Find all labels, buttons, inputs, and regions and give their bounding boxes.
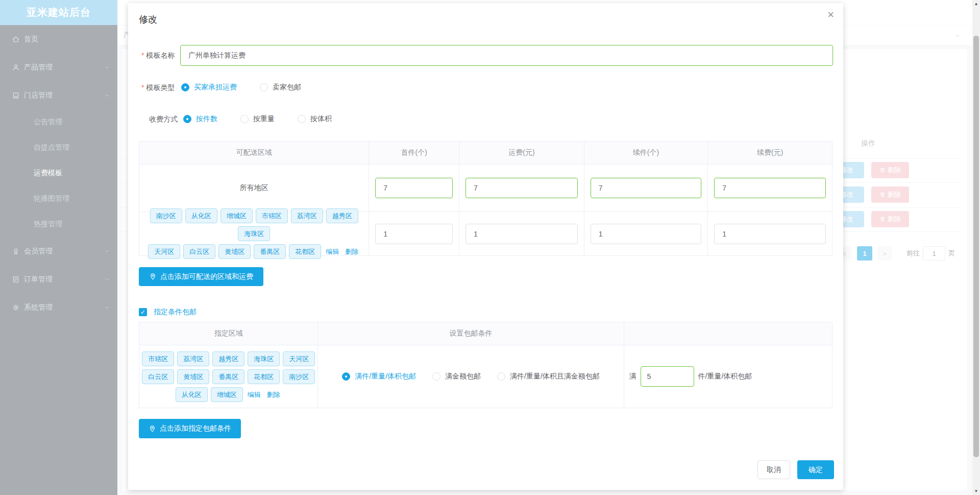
radio-by-piece[interactable]: 按件数: [183, 114, 217, 124]
area-tag[interactable]: 花都区: [248, 369, 280, 384]
area-tag[interactable]: 增城区: [211, 387, 243, 402]
area-tag[interactable]: 海珠区: [238, 226, 270, 241]
radio-icon: [342, 372, 350, 381]
radio-free-by-quantity[interactable]: 满件/重量/体积包邮: [342, 372, 416, 381]
area-tag[interactable]: 越秀区: [212, 351, 244, 366]
radio-buyer-pays[interactable]: 买家承担运费: [181, 83, 237, 92]
template-name-label: *模板名称: [141, 45, 175, 66]
column-header: 首件(个): [369, 142, 459, 164]
radio-free-by-both[interactable]: 满件/重量/体积且满金额包邮: [497, 372, 600, 381]
required-asterisk: *: [141, 51, 144, 59]
radio-icon: [298, 115, 306, 123]
charge-method-label: 收费方式: [149, 114, 178, 124]
scroll-down-icon[interactable]: ▼: [972, 487, 980, 495]
column-header: 运费(元): [459, 142, 584, 164]
area-tag[interactable]: 白云区: [183, 244, 215, 259]
area-tag[interactable]: 南沙区: [150, 208, 182, 223]
radio-icon: [181, 83, 189, 91]
edit-areas-link[interactable]: 编辑: [326, 248, 339, 255]
area-tag[interactable]: 黄埔区: [177, 369, 209, 384]
area-tag[interactable]: 番禺区: [254, 244, 286, 259]
table-row: 南沙区从化区增城区市辖区荔湾区越秀区海珠区 天河区白云区黄埔区番禺区花都区编辑删…: [139, 212, 832, 255]
radio-icon: [240, 115, 249, 123]
area-tag[interactable]: 荔湾区: [177, 351, 209, 366]
delete-areas-link[interactable]: 删除: [345, 248, 358, 255]
radio-free-by-amount[interactable]: 满金额包邮: [432, 372, 481, 381]
column-header: 可配送区域: [139, 142, 369, 164]
first-fee-input[interactable]: [465, 224, 578, 244]
add-delivery-area-button[interactable]: 点击添加可配送的区域和运费: [139, 267, 263, 286]
free-shipping-table: 指定区域 设置包邮条件 市辖区荔湾区越秀区海珠区天河区 白云区黄埔区番禺区花都区…: [139, 322, 832, 408]
table-row: 市辖区荔湾区越秀区海珠区天河区 白云区黄埔区番禺区花都区南沙区 从化区增城区编辑…: [139, 345, 832, 408]
area-tag-list: 南沙区从化区增城区市辖区荔湾区越秀区海珠区 天河区白云区黄埔区番禺区花都区编辑删…: [139, 207, 369, 261]
area-tag[interactable]: 从化区: [185, 208, 217, 223]
confirm-button[interactable]: 确定: [797, 460, 834, 479]
area-tag[interactable]: 越秀区: [326, 208, 358, 223]
conditional-free-shipping-checkbox[interactable]: ✓ 指定条件包邮: [139, 308, 197, 317]
area-tag[interactable]: 市辖区: [256, 208, 288, 223]
table-header-row: 指定区域 设置包邮条件: [139, 322, 832, 345]
checkbox-label: 指定条件包邮: [154, 308, 197, 316]
close-icon[interactable]: ×: [827, 9, 834, 20]
template-type-label: *模板类型: [141, 83, 175, 92]
free-shipping-area-tags: 市辖区荔湾区越秀区海珠区天河区 白云区黄埔区番禺区花都区南沙区 从化区增城区编辑…: [139, 350, 317, 404]
area-tag[interactable]: 天河区: [148, 244, 180, 259]
column-header: 指定区域: [139, 322, 318, 345]
shipping-fee-table: 可配送区域 首件(个) 运费(元) 续件(个) 续费(元) 所有地区 南沙区从化…: [139, 141, 832, 256]
table-row: 所有地区: [139, 164, 832, 212]
area-tag[interactable]: 市辖区: [142, 351, 174, 366]
column-header: 续件(个): [584, 142, 708, 164]
additional-fee-input[interactable]: [714, 178, 826, 198]
page-root: 亚米建站后台 首页 产品管理 门店管理 公告管理 自提点管理 运费模板 轮播图管…: [0, 0, 980, 495]
add-area-button-label: 点击添加可配送的区域和运费: [160, 272, 253, 281]
additional-fee-input[interactable]: [714, 224, 826, 244]
first-piece-input[interactable]: [375, 224, 453, 244]
edit-dialog: 修改 × *模板名称 *模板类型 买家承担运费 卖家包邮 收费方式 按件数 按重…: [128, 3, 843, 490]
template-name-input[interactable]: [180, 45, 833, 66]
add-condition-button-label: 点击添加指定包邮条件: [160, 424, 231, 433]
threshold-cell: 满 件/重量/体积包邮: [624, 345, 832, 408]
area-tag[interactable]: 海珠区: [248, 351, 280, 366]
additional-piece-input[interactable]: [591, 178, 702, 198]
area-tag[interactable]: 花都区: [289, 244, 321, 259]
area-tag[interactable]: 增城区: [220, 208, 253, 223]
radio-by-volume[interactable]: 按体积: [298, 114, 332, 124]
scrollbar[interactable]: ▲ ▼: [972, 0, 980, 495]
scrollbar-thumb[interactable]: [973, 36, 979, 457]
additional-piece-input[interactable]: [591, 224, 702, 244]
location-pin-icon: [149, 425, 156, 433]
table-header-row: 可配送区域 首件(个) 运费(元) 续件(个) 续费(元): [139, 142, 832, 164]
area-tag[interactable]: 南沙区: [283, 369, 315, 384]
area-tag[interactable]: 天河区: [283, 351, 315, 366]
radio-icon: [432, 372, 440, 381]
location-pin-icon: [149, 273, 157, 280]
dialog-title: 修改: [139, 13, 157, 26]
cancel-button[interactable]: 取消: [757, 460, 790, 479]
radio-seller-free[interactable]: 卖家包邮: [260, 83, 301, 92]
delete-areas-link[interactable]: 删除: [267, 391, 280, 398]
area-tag[interactable]: 黄埔区: [218, 244, 251, 259]
area-tag[interactable]: 白云区: [142, 369, 174, 384]
radio-icon: [497, 372, 505, 381]
checkbox-checked-icon: ✓: [139, 308, 147, 316]
radio-icon: [260, 83, 268, 91]
radio-icon: [183, 115, 191, 123]
add-free-shipping-condition-button[interactable]: 点击添加指定包邮条件: [139, 419, 241, 438]
area-tag[interactable]: 番禺区: [212, 369, 244, 384]
edit-areas-link[interactable]: 编辑: [248, 391, 261, 398]
column-header: 续费(元): [708, 142, 832, 164]
radio-by-weight[interactable]: 按重量: [240, 114, 275, 124]
area-tag[interactable]: 荔湾区: [291, 208, 323, 223]
dialog-footer: 取消 确定: [757, 460, 834, 479]
first-piece-input[interactable]: [375, 178, 453, 198]
first-fee-input[interactable]: [465, 178, 578, 198]
threshold-suffix: 件/重量/体积包邮: [698, 372, 752, 381]
scroll-up-icon[interactable]: ▲: [972, 0, 980, 8]
all-areas-cell: 所有地区: [139, 164, 369, 211]
required-asterisk: *: [141, 83, 144, 91]
threshold-prefix: 满: [629, 372, 636, 381]
column-header: 设置包邮条件: [318, 322, 624, 345]
area-tag[interactable]: 从化区: [176, 387, 208, 402]
column-header: [624, 322, 832, 345]
threshold-input[interactable]: [641, 366, 694, 387]
